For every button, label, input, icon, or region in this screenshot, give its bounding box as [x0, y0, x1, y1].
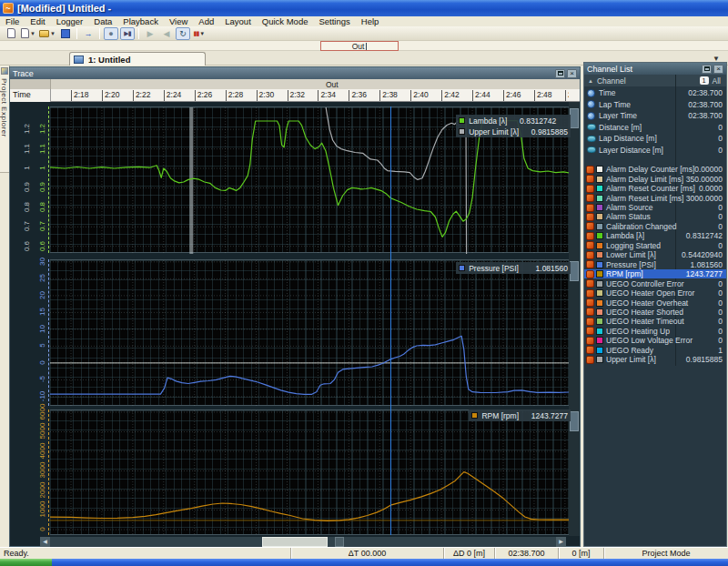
channel-value: 1243.7277: [686, 269, 723, 278]
rpm-scroll-thumb[interactable]: [570, 411, 579, 431]
channel-list-close-button[interactable]: ×: [713, 65, 723, 74]
channel-value: 02:38.700: [688, 88, 723, 97]
menu-playback[interactable]: Playback: [117, 16, 164, 26]
channel-row[interactable]: Alarm Delay Limit [ms]350.00000: [584, 174, 726, 183]
channel-row[interactable]: UEGO Heating Up0: [584, 327, 726, 336]
channel-row[interactable]: Alarm Status0: [584, 212, 726, 221]
channel-list-titlebar[interactable]: Channel List ×: [584, 63, 726, 75]
trace-close-button[interactable]: ×: [567, 69, 577, 78]
trace-section-corner: [10, 79, 51, 89]
channel-row[interactable]: UEGO Low Voltage Error0: [584, 336, 726, 345]
channel-row[interactable]: UEGO Heater Shorted0: [584, 308, 726, 317]
channel-label: UEGO Heater Timeout: [606, 317, 684, 326]
menu-quick-mode[interactable]: Quick Mode: [257, 16, 314, 26]
export-button[interactable]: →: [81, 27, 96, 40]
channel-row[interactable]: UEGO Ready1: [584, 346, 726, 355]
channel-row[interactable]: Upper Limit [λ]0.9815885: [584, 355, 726, 364]
channel-column-header[interactable]: Channel: [597, 76, 693, 86]
status-cell-1: ΔD 0 [m]: [443, 548, 494, 560]
channel-row[interactable]: Distance [m]0: [584, 122, 726, 134]
menu-logger[interactable]: Logger: [51, 16, 89, 26]
channel-color-swatch: [596, 270, 603, 278]
filter-all-label[interactable]: All: [713, 76, 721, 86]
scroll-right-icon[interactable]: ▶: [556, 537, 566, 547]
taskbar-start-sliver: [0, 559, 52, 566]
lambda-scroll-thumb[interactable]: [570, 108, 579, 128]
channel-row[interactable]: Alarm Reset Counter [ms]0.0000: [584, 184, 726, 193]
marker-button[interactable]: ▮▮▼: [192, 27, 207, 40]
scrollbar-handle-box[interactable]: [335, 537, 344, 547]
channel-row[interactable]: Lap Distance [m]0: [584, 133, 726, 145]
group-number-badge[interactable]: 1: [700, 76, 709, 85]
channel-row[interactable]: Alarm Delay Counter [ms]0.00000: [584, 165, 726, 174]
range-marker: [189, 107, 193, 254]
new-window-button[interactable]: ▼: [20, 27, 36, 40]
channel-row[interactable]: Alarm Reset Limit [ms]3000.0000: [584, 193, 726, 202]
new-log-button[interactable]: [4, 27, 18, 40]
scroll-left-icon[interactable]: ◀: [40, 537, 50, 547]
menu-edit[interactable]: Edit: [25, 16, 50, 26]
trace-restore-button[interactable]: [555, 69, 565, 78]
trace-titlebar[interactable]: Trace ×: [10, 67, 580, 79]
channel-row[interactable]: Lap Time02:38.700: [584, 99, 726, 111]
save-button[interactable]: [58, 27, 73, 40]
menu-add[interactable]: Add: [193, 16, 219, 26]
channel-rows: Time02:38.700Lap Time02:38.700Layer Time…: [584, 87, 726, 369]
channel-label: RPM [rpm]: [606, 269, 643, 278]
channel-row[interactable]: RPM [rpm]1243.7277: [584, 269, 726, 278]
sort-ascending-icon[interactable]: ▲: [588, 78, 593, 84]
upper-limit-ytick-0.6: 0.6: [23, 234, 31, 258]
legend-row: Upper Limit [λ]0.9815885: [459, 126, 568, 136]
channel-row[interactable]: UEGO Controller Error0: [584, 278, 726, 288]
open-button[interactable]: ▼: [38, 27, 56, 40]
channel-list-restore-button[interactable]: [702, 65, 712, 74]
menu-data[interactable]: Data: [88, 16, 117, 26]
legend-value: 0.8312742: [514, 116, 556, 126]
time-cursor-line[interactable]: [390, 106, 391, 535]
alarm-icon: [586, 241, 594, 249]
pressure-scroll-thumb[interactable]: [570, 261, 579, 281]
rewind-button[interactable]: ◀: [159, 27, 174, 40]
channel-row[interactable]: Alarm Source0: [584, 203, 726, 212]
legend-value: 1243.7277: [526, 411, 568, 420]
pressure-chart[interactable]: [50, 259, 569, 406]
channel-label: Alarm Source: [606, 203, 653, 212]
channel-row[interactable]: Time02:38.700: [584, 87, 726, 99]
channel-row[interactable]: Layer Distance [m]0: [584, 145, 726, 157]
play-pause-button[interactable]: ▶▮: [120, 27, 135, 40]
rpm-chart[interactable]: [50, 409, 569, 535]
menu-settings[interactable]: Settings: [313, 16, 355, 26]
alarm-icon: [586, 318, 594, 326]
alarm-icon: [586, 308, 594, 316]
channel-row[interactable]: UEGO Heater Timeout0: [584, 317, 726, 326]
dropdown-arrow-icon: ▼: [199, 31, 205, 36]
menu-file[interactable]: File: [0, 16, 25, 26]
tab-untitled[interactable]: 1: Untitled: [69, 52, 206, 66]
menu-layout[interactable]: Layout: [219, 16, 257, 26]
horizontal-scroll-thumb[interactable]: [262, 537, 328, 547]
time-tick-2-36: 2:36: [349, 90, 367, 101]
channel-label: UEGO Heater Shorted: [606, 308, 683, 317]
record-button[interactable]: ●: [104, 27, 118, 40]
play-button[interactable]: ▶: [143, 27, 157, 40]
menu-help[interactable]: Help: [356, 16, 385, 26]
channel-row[interactable]: Logging Started0: [584, 241, 726, 250]
channel-color-swatch: [596, 251, 603, 258]
channel-row[interactable]: Layer Time02:38.700: [584, 110, 726, 122]
channel-value: 0: [718, 317, 723, 326]
channel-list-header[interactable]: ▲ Channel 1 All: [584, 75, 726, 86]
menu-view[interactable]: View: [164, 16, 193, 26]
channel-color-swatch: [596, 328, 603, 335]
channel-row[interactable]: Lambda [λ]0.8312742: [584, 231, 726, 240]
channel-row[interactable]: Pressure [PSI]1.081560: [584, 260, 726, 269]
channel-row[interactable]: Calibration Changed0: [584, 222, 726, 231]
channel-row[interactable]: UEGO Heater Open Error0: [584, 288, 726, 298]
project-explorer-label: Project Explorer: [0, 78, 8, 137]
alarm-icon: [586, 298, 594, 307]
app-window: ~ [Modified] Untitled - FileEditLoggerDa…: [0, 0, 728, 566]
channel-row[interactable]: UEGO Heater Overheat0: [584, 298, 726, 307]
section-name-field[interactable]: Out: [320, 41, 399, 51]
time-tick-2-34: 2:34: [318, 90, 336, 101]
channel-row[interactable]: Lower Limit [λ]0.54420940: [584, 250, 726, 259]
loop-button[interactable]: ↻: [176, 27, 190, 40]
